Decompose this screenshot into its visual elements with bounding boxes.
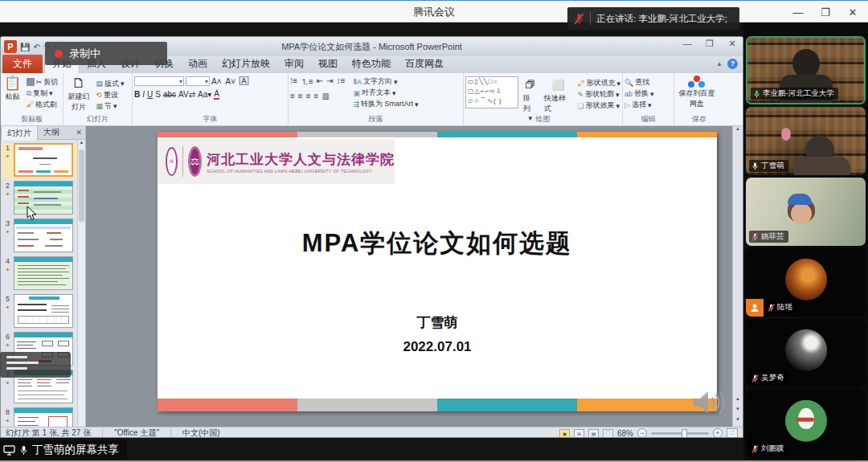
minimize-button[interactable]: — (784, 1, 812, 23)
audio-speaker-icon[interactable] (691, 388, 725, 420)
tab-slideshow[interactable]: 幻灯片放映 (215, 55, 277, 73)
tab-animations[interactable]: 动画 (181, 55, 215, 73)
tab-file[interactable]: 文件 (2, 55, 43, 73)
scroll-down-icon[interactable]: ▼ (733, 417, 743, 427)
slide-thumbnail-4[interactable]: 4✦ (2, 256, 77, 292)
clear-formatting-icon[interactable]: 🄰 (240, 76, 248, 86)
tab-review[interactable]: 审阅 (277, 55, 311, 73)
align-center-icon[interactable]: ≡ (298, 92, 303, 100)
scroll-up-icon[interactable]: ▲ (78, 140, 85, 148)
thumb-graphic-2[interactable] (14, 181, 73, 215)
slide-thumbnail-8[interactable]: 8✦ (2, 407, 77, 427)
section-button[interactable]: ▦ 节 ▾ (96, 101, 124, 112)
zoom-in-button[interactable]: + (713, 428, 723, 438)
justify-icon[interactable]: ≡ (314, 92, 319, 100)
text-direction-button[interactable]: ⅡA 文字方向 ▾ (353, 76, 418, 87)
thumb-graphic-4[interactable] (14, 256, 73, 290)
italic-button[interactable]: I (142, 90, 145, 99)
normal-view-button[interactable]: ▣ (559, 429, 570, 438)
columns-icon[interactable]: ▥ (321, 92, 329, 100)
slide-thumbnail-3[interactable]: 3✦ (2, 219, 77, 254)
maximize-button[interactable]: ❐ (812, 1, 839, 23)
tab-special-features[interactable]: 特色功能 (345, 55, 398, 73)
change-case-button[interactable]: Aa▾ (198, 90, 211, 99)
layout-button[interactable]: ▤ 版式 ▾ (96, 79, 124, 89)
shadow-button[interactable]: S (155, 90, 161, 99)
shrink-font-icon[interactable]: A˅ (226, 77, 236, 86)
quick-styles-button[interactable]: ⬜ 快速样式 (542, 76, 575, 115)
collapse-ribbon-icon[interactable]: ▲ (716, 60, 723, 67)
find-button[interactable]: 🔍 查找 (624, 77, 672, 88)
font-size-select[interactable]: ▾ (186, 76, 210, 86)
align-right-icon[interactable]: ≡ (306, 92, 311, 100)
thumb-graphic-1[interactable] (14, 143, 73, 177)
shape-outline-button[interactable]: ✎ 形状轮廓 ▾ (577, 89, 620, 100)
align-text-button[interactable]: ▣ 对齐文本 ▾ (353, 88, 418, 98)
floating-list-overlay[interactable] (0, 352, 71, 378)
slide-thumbnail-1[interactable]: 1✦ (2, 143, 77, 178)
previous-slide-icon[interactable]: ▲ (733, 396, 743, 406)
help-icon[interactable]: ? (727, 59, 738, 69)
participant-tile-3[interactable]: 姚菲芸 (746, 178, 866, 246)
select-button[interactable]: ▷ 选择 ▾ (624, 100, 672, 110)
copy-button[interactable]: ⧉ 复制 ▾ (27, 88, 59, 99)
replace-button[interactable]: ab 替换 ▾ (624, 88, 672, 99)
thumb-graphic-8[interactable] (14, 407, 73, 427)
zoom-level[interactable]: 68% (617, 429, 633, 438)
character-spacing-button[interactable]: AV⇄ (178, 90, 195, 99)
font-name-select[interactable]: ▾ (134, 76, 184, 86)
panel-tab-slides[interactable]: 幻灯片 (1, 125, 38, 141)
bullets-icon[interactable]: ⁝≡ (290, 76, 297, 88)
reset-button[interactable]: ⟲ 重设 (96, 90, 124, 100)
theme-name[interactable]: "Office 主题" (114, 427, 159, 438)
increase-indent-icon[interactable]: ⇥ (326, 76, 333, 88)
smartart-button[interactable]: ⇶ 转换为 SmartArt ▾ (353, 99, 418, 109)
zoom-slider[interactable] (651, 432, 709, 435)
zoom-slider-thumb[interactable] (682, 429, 687, 438)
slide-thumbnail-5[interactable]: 5✦ (2, 294, 77, 329)
line-spacing-icon[interactable]: ↕≡ (337, 76, 346, 88)
format-painter-button[interactable]: 🖌 格式刷 (27, 100, 59, 110)
tab-baidu-netdisk[interactable]: 百度网盘 (398, 55, 451, 73)
thumbnails-scrollbar[interactable]: ▲ (77, 140, 85, 427)
panel-tab-outline[interactable]: 大纲 (38, 125, 65, 140)
strikethrough-button[interactable]: abc (163, 90, 176, 99)
font-color-button[interactable]: A (214, 89, 219, 100)
participant-tile-4[interactable]: 陆瑶 (746, 248, 866, 317)
grow-font-icon[interactable]: A˄ (211, 77, 222, 86)
slide-canvas[interactable]: ♔ ⚖ 河北工业大学人文与法律学院 SCHOOL OF HUMANITIES A… (158, 132, 717, 411)
thumb-graphic-3[interactable] (14, 219, 73, 252)
reading-view-button[interactable]: ▤ (588, 429, 599, 438)
slide-sorter-button[interactable]: ⊞ (574, 429, 584, 438)
participant-tile-5[interactable]: 吴梦奇 (746, 319, 866, 387)
fit-to-window-button[interactable]: ⛶ (727, 428, 738, 438)
next-slide-icon[interactable]: ▼ (733, 407, 743, 416)
scroll-up-icon[interactable]: ▲ (733, 126, 743, 136)
paste-button[interactable]: 📋 粘贴 (2, 75, 23, 103)
ppt-minimize-button[interactable]: — (680, 39, 694, 49)
decrease-indent-icon[interactable]: ⇤ (317, 76, 323, 88)
ppt-restore-button[interactable]: ❐ (702, 39, 717, 49)
slideshow-button[interactable]: 🖵 (603, 429, 613, 438)
cut-button[interactable]: ✂ 剪切 (27, 77, 59, 88)
language-status[interactable]: 中文(中国) (182, 427, 220, 438)
scrollbar-thumb[interactable] (79, 149, 84, 222)
editor-scrollbar[interactable]: ▲ ▲ ▼ ▼ (732, 126, 743, 427)
close-button[interactable]: ✕ (839, 1, 866, 23)
shape-fill-button[interactable]: 🖍 形状填充 ▾ (577, 78, 620, 88)
ppt-close-button[interactable]: ✕ (725, 39, 739, 49)
participant-tile-6[interactable]: 刘鹏骥 (746, 390, 866, 458)
panel-close-icon[interactable]: ✕ (76, 129, 85, 137)
shapes-gallery[interactable]: ▭▯╲╲□○▢△⌐⌐⇨⇩▱☆⌒∿{ } (465, 76, 518, 108)
slide-thumbnail-2[interactable]: 2✦ (2, 181, 77, 216)
numbering-icon[interactable]: ⒈≡ (301, 76, 313, 88)
baidu-save-button[interactable]: 保存到百度网盘 (676, 75, 718, 110)
tab-view[interactable]: 视图 (311, 55, 345, 73)
thumb-graphic-5[interactable] (14, 294, 73, 328)
align-left-icon[interactable]: ≡ (290, 92, 295, 100)
participant-tile-2[interactable]: 丁雪萌 (746, 107, 866, 175)
new-slide-button[interactable]: 🗋 新建幻灯片 (65, 75, 92, 113)
participant-tile-1[interactable]: 李业鹏-河北工业大学 (746, 36, 866, 104)
underline-button[interactable]: U (147, 90, 153, 99)
zoom-out-button[interactable]: − (637, 428, 647, 438)
